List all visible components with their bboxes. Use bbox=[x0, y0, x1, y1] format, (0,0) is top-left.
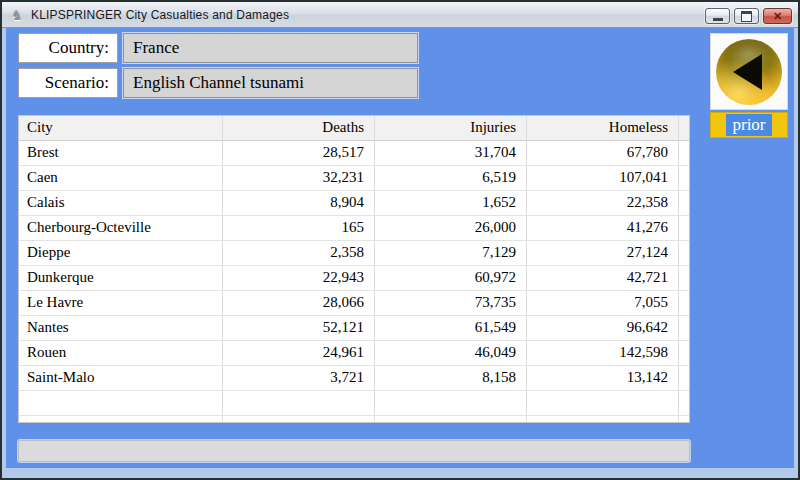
cell-spacer bbox=[679, 266, 689, 290]
cell-injuries: 6,519 bbox=[375, 166, 527, 190]
cell-deaths: 24,961 bbox=[223, 341, 375, 365]
casualties-table: City Deaths Injuries Homeless Brest 28,5… bbox=[18, 115, 690, 423]
cell-deaths: 32,231 bbox=[223, 166, 375, 190]
cell-city bbox=[19, 391, 223, 415]
cell-city bbox=[19, 416, 223, 423]
cell-spacer bbox=[679, 216, 689, 240]
cell-city: Dunkerque bbox=[19, 266, 223, 290]
status-bar bbox=[18, 440, 690, 462]
cell-deaths: 22,943 bbox=[223, 266, 375, 290]
cell-homeless: 22,358 bbox=[527, 191, 679, 215]
cell-city: Brest bbox=[19, 141, 223, 165]
cell-homeless: 67,780 bbox=[527, 141, 679, 165]
cell-spacer bbox=[679, 416, 689, 423]
table-row[interactable]: Rouen 24,961 46,049 142,598 bbox=[19, 341, 689, 366]
column-header-homeless[interactable]: Homeless bbox=[527, 116, 679, 140]
column-header-city[interactable]: City bbox=[19, 116, 223, 140]
cell-city: Rouen bbox=[19, 341, 223, 365]
cell-deaths bbox=[223, 391, 375, 415]
title-bar: ♞ KLIPSPRINGER City Casualties and Damag… bbox=[2, 2, 798, 28]
column-header-deaths[interactable]: Deaths bbox=[223, 116, 375, 140]
cell-city: Dieppe bbox=[19, 241, 223, 265]
prior-label: prior bbox=[726, 114, 771, 136]
close-button[interactable]: ✕ bbox=[763, 8, 792, 24]
cell-homeless: 142,598 bbox=[527, 341, 679, 365]
cell-deaths: 2,358 bbox=[223, 241, 375, 265]
table-row[interactable]: Calais 8,904 1,652 22,358 bbox=[19, 191, 689, 216]
table-row[interactable]: Cherbourg-Octeville 165 26,000 41,276 bbox=[19, 216, 689, 241]
cell-spacer bbox=[679, 191, 689, 215]
cell-spacer bbox=[679, 166, 689, 190]
cell-injuries bbox=[375, 416, 527, 423]
cell-spacer bbox=[679, 141, 689, 165]
cell-spacer bbox=[679, 341, 689, 365]
table-row[interactable]: Brest 28,517 31,704 67,780 bbox=[19, 141, 689, 166]
table-row[interactable] bbox=[19, 416, 689, 423]
cell-homeless: 41,276 bbox=[527, 216, 679, 240]
cell-city: Calais bbox=[19, 191, 223, 215]
cell-spacer bbox=[679, 291, 689, 315]
cell-city: Caen bbox=[19, 166, 223, 190]
column-header-spacer bbox=[679, 116, 689, 140]
table-header-row: City Deaths Injuries Homeless bbox=[19, 116, 689, 141]
cell-injuries: 46,049 bbox=[375, 341, 527, 365]
country-label: Country: bbox=[18, 33, 118, 63]
cell-homeless: 42,721 bbox=[527, 266, 679, 290]
maximize-icon bbox=[741, 11, 752, 22]
cell-city: Le Havre bbox=[19, 291, 223, 315]
cell-homeless: 13,142 bbox=[527, 366, 679, 390]
cell-deaths bbox=[223, 416, 375, 423]
cell-spacer bbox=[679, 391, 689, 415]
minimize-icon bbox=[713, 18, 723, 21]
cell-injuries: 73,735 bbox=[375, 291, 527, 315]
cell-injuries: 8,158 bbox=[375, 366, 527, 390]
cell-injuries: 31,704 bbox=[375, 141, 527, 165]
scenario-field[interactable]: English Channel tsunami bbox=[123, 68, 418, 98]
table-body: Brest 28,517 31,704 67,780 Caen 32,231 6… bbox=[19, 141, 689, 423]
cell-city: Saint-Malo bbox=[19, 366, 223, 390]
cell-injuries: 61,549 bbox=[375, 316, 527, 340]
cell-deaths: 28,066 bbox=[223, 291, 375, 315]
cell-injuries: 26,000 bbox=[375, 216, 527, 240]
back-arrow-icon bbox=[733, 54, 762, 90]
cell-deaths: 8,904 bbox=[223, 191, 375, 215]
close-icon: ✕ bbox=[773, 11, 782, 22]
gold-orb bbox=[716, 39, 782, 105]
cell-spacer bbox=[679, 241, 689, 265]
country-field[interactable]: France bbox=[123, 33, 418, 63]
table-row[interactable]: Dieppe 2,358 7,129 27,124 bbox=[19, 241, 689, 266]
cell-city: Nantes bbox=[19, 316, 223, 340]
cell-injuries: 60,972 bbox=[375, 266, 527, 290]
cell-spacer bbox=[679, 316, 689, 340]
cell-deaths: 3,721 bbox=[223, 366, 375, 390]
cell-deaths: 165 bbox=[223, 216, 375, 240]
app-icon: ♞ bbox=[9, 7, 25, 23]
cell-homeless: 96,642 bbox=[527, 316, 679, 340]
prior-button[interactable] bbox=[710, 33, 788, 110]
table-row[interactable]: Nantes 52,121 61,549 96,642 bbox=[19, 316, 689, 341]
maximize-button[interactable] bbox=[734, 8, 759, 24]
cell-injuries: 7,129 bbox=[375, 241, 527, 265]
cell-deaths: 28,517 bbox=[223, 141, 375, 165]
table-row[interactable]: Saint-Malo 3,721 8,158 13,142 bbox=[19, 366, 689, 391]
cell-homeless: 27,124 bbox=[527, 241, 679, 265]
cell-homeless: 7,055 bbox=[527, 291, 679, 315]
table-row[interactable] bbox=[19, 391, 689, 416]
column-header-injuries[interactable]: Injuries bbox=[375, 116, 527, 140]
minimize-button[interactable] bbox=[705, 8, 730, 24]
cell-homeless bbox=[527, 391, 679, 415]
cell-city: Cherbourg-Octeville bbox=[19, 216, 223, 240]
cell-deaths: 52,121 bbox=[223, 316, 375, 340]
cell-homeless bbox=[527, 416, 679, 423]
cell-injuries bbox=[375, 391, 527, 415]
window-controls: ✕ bbox=[705, 8, 792, 24]
cell-homeless: 107,041 bbox=[527, 166, 679, 190]
table-row[interactable]: Le Havre 28,066 73,735 7,055 bbox=[19, 291, 689, 316]
table-row[interactable]: Caen 32,231 6,519 107,041 bbox=[19, 166, 689, 191]
cell-injuries: 1,652 bbox=[375, 191, 527, 215]
scenario-label: Scenario: bbox=[18, 68, 118, 98]
cell-spacer bbox=[679, 366, 689, 390]
table-row[interactable]: Dunkerque 22,943 60,972 42,721 bbox=[19, 266, 689, 291]
prior-label-bar[interactable]: prior bbox=[710, 112, 788, 138]
window-title: KLIPSPRINGER City Casualties and Damages bbox=[31, 8, 289, 22]
